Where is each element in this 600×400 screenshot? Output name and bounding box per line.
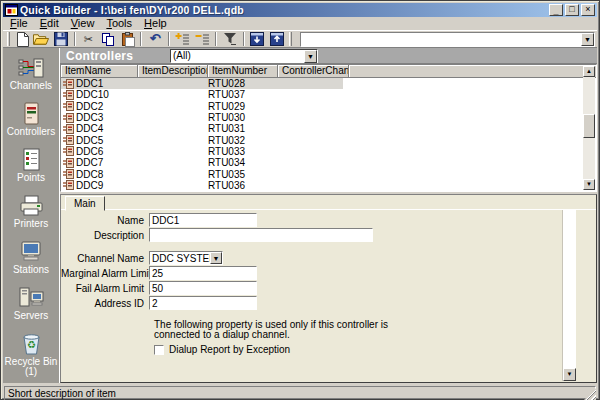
add-item-icon bbox=[175, 31, 191, 47]
sidebar-item-controllers[interactable]: Controllers bbox=[3, 102, 59, 137]
sidebar-item-points[interactable]: Points bbox=[3, 148, 59, 183]
toolbar-grip[interactable] bbox=[289, 32, 292, 46]
chevron-down-icon[interactable]: ▼ bbox=[581, 33, 594, 46]
new-button[interactable] bbox=[12, 31, 32, 47]
controller-item-icon bbox=[63, 169, 74, 179]
table-row[interactable]: DDC5RTU032 bbox=[61, 134, 596, 145]
marginal-alarm-limit-field[interactable] bbox=[149, 266, 257, 280]
item-number-cell: RTU031 bbox=[208, 123, 278, 134]
field-row-address-id: Address ID bbox=[61, 296, 596, 310]
toolbar-grip[interactable] bbox=[7, 32, 10, 46]
servers-icon bbox=[16, 286, 46, 310]
item-name: DDC3 bbox=[76, 112, 103, 123]
table-row[interactable]: DDC4RTU031 bbox=[61, 123, 596, 134]
sidebar-item-label: Channels bbox=[4, 81, 58, 91]
description-field[interactable] bbox=[149, 228, 373, 242]
menu-edit[interactable]: Edit bbox=[34, 17, 65, 30]
list-vertical-scrollbar[interactable]: ▲ ▼ bbox=[583, 66, 595, 190]
column-header-1[interactable]: ItemDescription bbox=[138, 65, 208, 78]
table-row[interactable]: DDC2RTU029 bbox=[61, 101, 596, 112]
tab-main[interactable]: Main bbox=[65, 196, 105, 211]
item-number-cell: RTU037 bbox=[208, 89, 278, 100]
undo-icon: ↶ bbox=[147, 31, 163, 47]
sidebar-item-recycle-bin-1[interactable]: ♻Recycle Bin (1) bbox=[3, 332, 59, 377]
minimize-button[interactable]: _ bbox=[549, 4, 563, 16]
filter-dropdown[interactable]: (All) ▼ bbox=[170, 49, 318, 63]
sidebar-item-servers[interactable]: Servers bbox=[3, 286, 59, 321]
item-name-cell: DDC3 bbox=[61, 112, 138, 123]
chevron-down-icon[interactable]: ▼ bbox=[210, 252, 222, 264]
scrollbar-thumb[interactable] bbox=[583, 114, 595, 138]
marginal-alarm-limit-label: Marginal Alarm Limit bbox=[61, 268, 149, 279]
points-icon bbox=[16, 148, 46, 172]
cut-icon: ✂ bbox=[80, 31, 96, 47]
address-id-field[interactable] bbox=[149, 296, 257, 310]
table-row[interactable]: DDC1RTU028 bbox=[61, 78, 596, 89]
table-row[interactable]: DDC6RTU033 bbox=[61, 146, 596, 157]
chevron-down-icon[interactable]: ▼ bbox=[304, 50, 317, 63]
sidebar-item-channels[interactable]: Channels bbox=[3, 56, 59, 91]
name-label: Name bbox=[61, 215, 149, 226]
copy-button[interactable] bbox=[98, 31, 118, 47]
fail-alarm-limit-field[interactable] bbox=[149, 281, 257, 295]
channel-name-label: Channel Name bbox=[61, 253, 149, 264]
item-name-cell: DDC1 bbox=[61, 78, 138, 89]
scroll-up-icon[interactable]: ▲ bbox=[583, 66, 595, 77]
menu-help[interactable]: Help bbox=[138, 17, 173, 30]
item-name: DDC8 bbox=[76, 169, 103, 180]
download-button[interactable] bbox=[248, 31, 268, 47]
scroll-down-icon[interactable]: ▼ bbox=[583, 179, 595, 190]
upload-button[interactable] bbox=[267, 31, 287, 47]
view-title: Controllers bbox=[60, 49, 133, 63]
menu-tools[interactable]: Tools bbox=[100, 17, 138, 30]
maximize-button[interactable]: □ bbox=[565, 4, 579, 16]
item-detail-panel: Main NameDescriptionChannel NameDDC SYST… bbox=[60, 194, 597, 383]
paste-button[interactable] bbox=[118, 31, 138, 47]
dialup-note: The following property is used only if t… bbox=[154, 320, 392, 340]
field-row-channel-name: Channel NameDDC SYSTEM▼ bbox=[61, 251, 596, 265]
remove-item-button[interactable] bbox=[192, 31, 212, 47]
controller-item-icon bbox=[63, 113, 74, 123]
open-button[interactable] bbox=[32, 31, 52, 47]
sidebar-item-label: Printers bbox=[4, 219, 58, 229]
table-row[interactable]: DDC9RTU036 bbox=[61, 180, 596, 191]
dialup-report-checkbox[interactable] bbox=[154, 345, 164, 355]
column-header-3[interactable]: ControllerChann... bbox=[278, 65, 349, 78]
toolbar-combobox[interactable]: ▼ bbox=[300, 32, 595, 47]
filter-button[interactable] bbox=[220, 31, 240, 47]
table-row[interactable]: DDC10RTU037 bbox=[61, 89, 596, 100]
table-row[interactable]: DDC7RTU034 bbox=[61, 157, 596, 168]
controller-item-icon bbox=[63, 180, 74, 190]
menu-view[interactable]: View bbox=[65, 17, 101, 30]
download-icon bbox=[249, 31, 265, 47]
table-row[interactable]: DDC3RTU030 bbox=[61, 112, 596, 123]
stations-icon bbox=[16, 240, 46, 264]
column-header-2[interactable]: ItemNumber bbox=[208, 65, 278, 78]
menu-file[interactable]: File bbox=[4, 17, 34, 30]
channel-name-select[interactable]: DDC SYSTEM▼ bbox=[149, 251, 223, 265]
sidebar-item-printers[interactable]: Printers bbox=[3, 194, 59, 229]
address-id-label: Address ID bbox=[61, 298, 149, 309]
controller-item-icon bbox=[63, 158, 74, 168]
item-number-cell: RTU028 bbox=[208, 78, 278, 89]
controller-item-icon bbox=[63, 79, 74, 89]
item-name-cell: DDC2 bbox=[61, 101, 138, 112]
save-button[interactable] bbox=[51, 31, 71, 47]
add-item-button[interactable] bbox=[173, 31, 193, 47]
panel-vertical-scrollbar[interactable]: ▼ bbox=[562, 210, 576, 381]
column-header-0[interactable]: ItemName bbox=[61, 65, 138, 78]
undo-button[interactable]: ↶ bbox=[145, 31, 165, 47]
name-field[interactable] bbox=[149, 213, 257, 227]
field-row-name: Name bbox=[61, 213, 596, 227]
close-button[interactable]: × bbox=[581, 4, 595, 16]
sidebar-item-stations[interactable]: Stations bbox=[3, 240, 59, 275]
title-bar: Quick Builder - I:\bei fen\DY\r200 DELL.… bbox=[3, 3, 597, 17]
recycle-bin-icon: ♻ bbox=[16, 332, 46, 356]
menu-bar: FileEditViewToolsHelp bbox=[3, 17, 597, 30]
panel-scroll-down-icon[interactable]: ▼ bbox=[563, 368, 576, 381]
table-row[interactable]: DDC8RTU035 bbox=[61, 168, 596, 179]
cut-button[interactable]: ✂ bbox=[79, 31, 99, 47]
app-icon bbox=[5, 4, 18, 16]
item-name-cell: DDC7 bbox=[61, 157, 138, 168]
description-label: Description bbox=[61, 230, 149, 241]
